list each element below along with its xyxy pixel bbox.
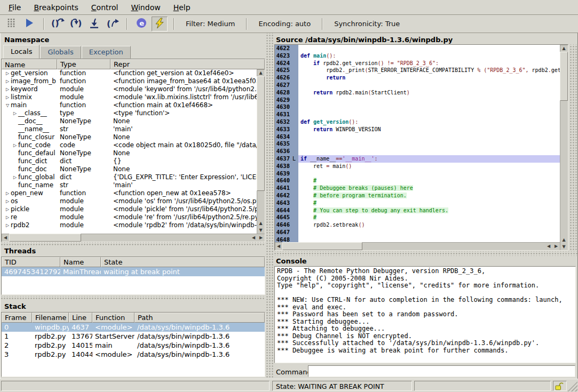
source-line[interactable]: 4635 [275, 140, 560, 148]
stack-frame-row[interactable]: 3rpdb2.py14044<module>/data/sys/bin/winp… [2, 350, 265, 359]
scroll-left-icon[interactable]: ◀ [545, 242, 552, 250]
namespace-row[interactable]: ▷rpdb2module<module 'rpdb2' from '/data/… [2, 221, 257, 229]
source-hscrollbar[interactable]: ◀ ◀ ▶ [275, 242, 560, 250]
namespace-row[interactable]: ▷keywordmodule<module 'keyword' from '/u… [2, 85, 257, 93]
scrollbar-thumb[interactable] [282, 242, 362, 250]
source-line[interactable]: 4630 [275, 103, 560, 111]
expander-closed-icon[interactable]: ▷ [4, 189, 11, 197]
expander-closed-icon[interactable]: ▷ [4, 77, 11, 85]
source-line[interactable]: 4627 [275, 82, 560, 89]
column-header-name[interactable]: Name [60, 257, 101, 267]
tab-exception[interactable]: Exception [82, 46, 131, 59]
scroll-up-icon[interactable]: ▲ [560, 236, 568, 243]
namespace-row[interactable]: ▷func_globaldict{'DLG_EXPR_TITLE': 'Ente… [2, 173, 257, 181]
namespace-row[interactable]: ▷picklemodule<module 'pickle' from '/usr… [2, 205, 257, 213]
scrollbar-thumb[interactable] [257, 76, 265, 191]
scroll-up-icon[interactable]: ▲ [257, 220, 265, 227]
source-line[interactable]: 4634 [275, 133, 560, 141]
scroll-left-icon[interactable]: ◀ [2, 234, 9, 242]
expander-closed-icon[interactable]: ▷ [4, 197, 11, 205]
namespace-row[interactable]: ▷listmixmodule<module 'wx.lib.mixins.lis… [2, 93, 257, 101]
expander-closed-icon[interactable]: ▷ [4, 69, 11, 77]
namespace-row[interactable]: func_namestr'main' [2, 181, 257, 189]
column-header-path[interactable]: Path [134, 313, 265, 323]
namespace-row[interactable]: __doc__NoneTypeNone [2, 117, 257, 125]
synchronicity-button[interactable] [152, 17, 168, 31]
source-line[interactable]: 4638 ret = main() [275, 163, 560, 170]
source-line[interactable]: 4639 [275, 170, 560, 178]
namespace-row[interactable]: ▷get_versionfunction<function get_versio… [2, 69, 257, 77]
goto-button[interactable] [86, 17, 102, 31]
stack-frame-row[interactable]: 0winpdb.py4637<module>/data/sys/bin/winp… [2, 323, 265, 332]
source-line[interactable]: 4622 [275, 45, 560, 52]
namespace-row[interactable]: ▷remodule<module 're' from '/usr/lib64/p… [2, 213, 257, 221]
expander-closed-icon[interactable]: ▷ [12, 109, 18, 117]
source-vscrollbar[interactable]: ▲ ▲ ▼ [560, 45, 568, 250]
namespace-row[interactable]: ▷image_from_bfunction<function image_fro… [2, 77, 257, 85]
step-into-button[interactable]: () [68, 17, 84, 31]
namespace-row[interactable]: ▷open_newfunction<function open_new at 0… [2, 189, 257, 197]
namespace-row[interactable]: ▽mainfunction<function main at 0x1ef4668… [2, 101, 257, 109]
stack-frame-row[interactable]: 1rpdb2.py13767StartServer/data/sys/bin/w… [2, 332, 265, 341]
source-line[interactable]: 4636 [275, 148, 560, 155]
next-button[interactable]: () [50, 17, 66, 31]
source-line[interactable]: 4648 [275, 236, 560, 242]
scrollbar-thumb[interactable] [560, 52, 568, 101]
namespace-row[interactable]: ▷__class__type<type 'function'> [2, 109, 257, 117]
column-header-tid[interactable]: TID [2, 257, 60, 267]
source-line[interactable]: 4631 [275, 111, 560, 118]
expander-closed-icon[interactable]: ▷ [12, 173, 18, 181]
source-line[interactable]: 4645 # [275, 214, 560, 221]
column-header-type[interactable]: Type [57, 59, 110, 69]
namespace-row[interactable]: func_defaulNoneTypeNone [2, 149, 257, 157]
source-line[interactable]: 4626 return [275, 74, 560, 82]
scroll-right-icon[interactable]: ▶ [552, 242, 560, 250]
source-line[interactable]: 4629 [275, 97, 560, 104]
vertical-splitter[interactable] [265, 33, 273, 379]
source-line[interactable]: 4644 # You can step to debug any exit ha… [275, 207, 560, 214]
resize-grip[interactable] [567, 381, 577, 391]
column-header-frame[interactable]: Frame [2, 313, 32, 323]
scroll-up-icon[interactable]: ▲ [560, 45, 568, 52]
source-line[interactable]: 4640 # [275, 177, 560, 185]
source-line[interactable]: 4625 rpdb2._print(STR_ERROR_INTERFACE_CO… [275, 67, 560, 74]
namespace-row[interactable]: __name__str'main' [2, 125, 257, 133]
scroll-left-icon[interactable]: ◀ [250, 234, 257, 242]
namespace-vscrollbar[interactable]: ▲ ▲ ▼ [257, 69, 265, 234]
source-line[interactable]: 4641 # Debuggee breaks (pauses) here [275, 185, 560, 192]
source-line[interactable]: 4628 return rpdb2.main(StartClient) [275, 89, 560, 97]
expander-open-icon[interactable]: ▽ [4, 101, 11, 109]
scroll-down-icon[interactable]: ▼ [257, 227, 265, 234]
column-header-filename[interactable]: Filename [32, 313, 69, 323]
menu-breakpoints[interactable]: Breakpoints [27, 1, 84, 14]
namespace-row[interactable]: ▷osmodule<module 'os' from '/usr/lib64/p… [2, 197, 257, 205]
expander-closed-icon[interactable]: ▷ [4, 221, 11, 229]
break-button[interactable] [3, 17, 19, 31]
namespace-row[interactable]: func_docNoneTypeNone [2, 165, 257, 173]
scroll-right-icon[interactable]: ▶ [257, 234, 265, 242]
source-line[interactable]: 4642 # before program termination. [275, 192, 560, 199]
column-header-name[interactable]: Name [2, 59, 57, 69]
namespace-row[interactable]: func_closurNoneTypeNone [2, 133, 257, 141]
namespace-row[interactable]: func_dictdict{} [2, 157, 257, 165]
source-line[interactable]: 4632def get_version(): [275, 118, 560, 126]
thread-row[interactable]: 46974534127920MainThreadwaiting at break… [2, 267, 265, 276]
menu-control[interactable]: Control [85, 1, 125, 14]
source-line[interactable]: 4637Lif __name__=='__main__': [275, 155, 560, 163]
column-header-state[interactable]: State [101, 257, 265, 267]
namespace-threads-splitter[interactable] [0, 242, 265, 246]
command-input[interactable] [308, 365, 575, 377]
menu-help[interactable]: Help [167, 1, 197, 14]
expander-closed-icon[interactable]: ▷ [12, 141, 18, 149]
go-button[interactable] [21, 17, 37, 31]
source-line[interactable]: 4633 return WINPDB_VERSION [275, 126, 560, 133]
column-header-line[interactable]: Line [69, 313, 92, 323]
scrollbar-thumb[interactable] [9, 234, 81, 242]
namespace-row[interactable]: ▷func_codecode<code object main at 0x180… [2, 141, 257, 149]
return-button[interactable]: ( [105, 17, 121, 31]
source-line[interactable]: 4647 [275, 229, 560, 236]
tab-locals[interactable]: Locals [3, 45, 39, 59]
expander-closed-icon[interactable]: ▷ [4, 213, 11, 221]
tab-globals[interactable]: Globals [40, 46, 81, 59]
scroll-left-icon[interactable]: ◀ [275, 242, 282, 250]
